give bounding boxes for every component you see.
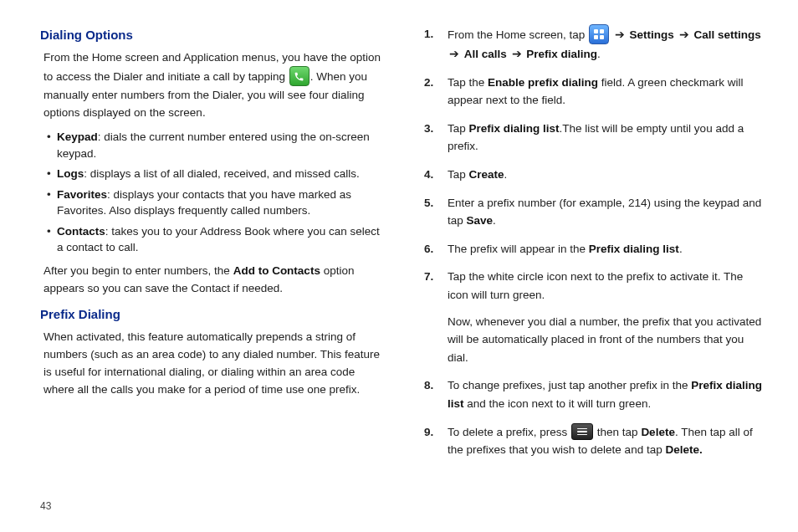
text: and the icon next to it will turn green. — [464, 397, 652, 410]
step-7-sub: Now, whenever you dial a number, the pre… — [448, 313, 766, 367]
step-4: Tap Create. — [424, 166, 766, 184]
bold: Create — [469, 168, 504, 181]
text: then tap — [594, 426, 641, 438]
text: Tap — [448, 168, 469, 181]
step-1: From the Home screen, tap ➔ Settings ➔ C… — [424, 25, 766, 64]
label: Keypad — [57, 130, 98, 143]
text: Tap the — [448, 76, 488, 89]
text: To change prefixes, just tap another pre… — [448, 379, 691, 391]
bold: Add to Contacts — [233, 264, 320, 277]
right-column: From the Home screen, tap ➔ Settings ➔ C… — [419, 25, 766, 515]
bold: All calls — [464, 48, 507, 60]
bold: Delete. — [665, 443, 702, 456]
label: Favorites — [57, 188, 107, 201]
bold: Enable prefix dialing — [488, 76, 598, 89]
bold: Save — [467, 214, 494, 227]
heading-dialing-options: Dialing Options — [40, 25, 382, 44]
manual-page: Dialing Options From the Home screen and… — [0, 0, 798, 532]
step-3: Tap Prefix dialing list.The list will be… — [424, 120, 766, 156]
arrow-icon: ➔ — [448, 45, 461, 64]
text: . — [504, 168, 508, 181]
bold: Delete — [641, 426, 675, 438]
text: . — [597, 48, 601, 60]
list-item: Logs: displays a list of all dialed, rec… — [47, 166, 382, 182]
text: The prefix will appear in the — [448, 243, 589, 255]
step-7: Tap the white circle icon next to the pr… — [424, 268, 766, 366]
apps-icon — [589, 24, 609, 44]
bold: Prefix dialing list — [589, 243, 679, 255]
text: After you begin to enter numbers, the — [43, 264, 233, 277]
step-9: To delete a prefix, press then tap Delet… — [424, 423, 766, 459]
text: : displays a list of all dialed, receive… — [84, 167, 359, 180]
list-item: Favorites: displays your contacts that y… — [47, 187, 382, 219]
text: Tap the white circle icon next to the pr… — [448, 270, 743, 301]
bold: Settings — [630, 28, 674, 41]
prefix-steps: From the Home screen, tap ➔ Settings ➔ C… — [424, 25, 766, 459]
step-2: Tap the Enable prefix dialing field. A g… — [424, 74, 766, 110]
text: From the Home screen, tap — [448, 28, 588, 41]
bold: Prefix dialing — [526, 48, 597, 60]
arrow-icon: ➔ — [510, 45, 524, 64]
label: Contacts — [57, 225, 105, 238]
step-5: Enter a prefix number (for example, 214)… — [424, 194, 766, 230]
bold: Call settings — [693, 28, 760, 41]
dialing-intro: From the Home screen and Application men… — [43, 49, 382, 122]
list-item: Contacts: takes you to your Address Book… — [47, 223, 382, 256]
text: . — [493, 214, 496, 227]
text: : takes you to your Address Book where y… — [57, 225, 380, 254]
phone-icon — [289, 66, 309, 86]
label: Logs — [57, 167, 84, 180]
heading-prefix-dialing: Prefix Dialing — [40, 304, 382, 324]
page-number: 43 — [40, 500, 51, 512]
list-item: Keypad: dials the current number entered… — [47, 129, 382, 161]
prefix-dialing-text: When activated, this feature automatical… — [43, 329, 382, 399]
menu-icon — [571, 423, 593, 440]
step-8: To change prefixes, just tap another pre… — [424, 376, 766, 412]
arrow-icon: ➔ — [678, 26, 691, 44]
step-6: The prefix will appear in the Prefix dia… — [424, 240, 766, 258]
left-column: Dialing Options From the Home screen and… — [40, 25, 387, 515]
text: : dials the current number entered using… — [57, 130, 370, 160]
text: Tap — [448, 122, 469, 135]
after-bullets-text: After you begin to enter numbers, the Ad… — [43, 263, 382, 298]
bold: Prefix dialing list — [469, 122, 560, 135]
dialing-options-list: Keypad: dials the current number entered… — [40, 129, 382, 256]
text: To delete a prefix, press — [448, 426, 570, 438]
arrow-icon: ➔ — [613, 26, 627, 44]
text: . — [679, 243, 683, 255]
